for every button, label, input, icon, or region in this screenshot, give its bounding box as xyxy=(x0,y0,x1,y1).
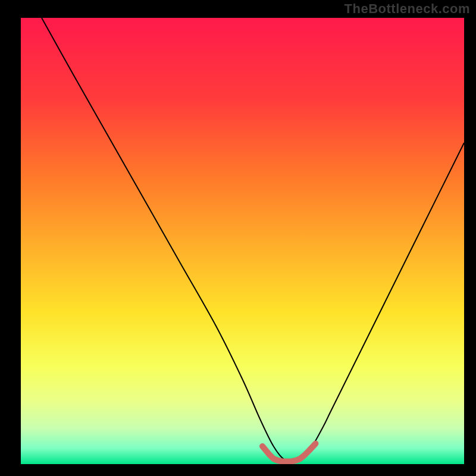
plot-background-gradient xyxy=(21,18,464,464)
watermark-text: TheBottleneck.com xyxy=(345,1,470,17)
chart-frame: TheBottleneck.com xyxy=(0,0,476,476)
bottleneck-chart xyxy=(0,0,476,476)
